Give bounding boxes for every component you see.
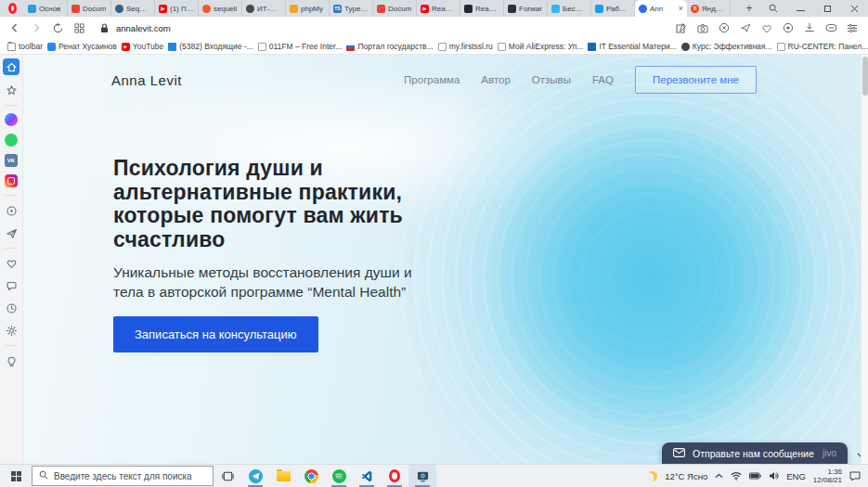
- nav-link-author[interactable]: Автор: [481, 74, 510, 85]
- sidebar-whatsapp-icon[interactable]: [5, 134, 18, 147]
- browser-tab[interactable]: ▶React JS: [417, 0, 460, 17]
- url-text[interactable]: annalevit.com: [116, 23, 171, 33]
- bookmark-item[interactable]: Мой AliExpress: Уп...: [498, 42, 584, 51]
- weather-text[interactable]: 12°C Ясно: [665, 471, 707, 481]
- callback-button[interactable]: Перезвоните мне: [635, 66, 757, 94]
- taskbar-app-explorer[interactable]: [269, 465, 297, 487]
- jivo-chat-widget[interactable]: Отправьте нам сообщение jivo: [662, 442, 848, 464]
- hero-title: Психология души и альтернативные практик…: [113, 157, 438, 251]
- sidebar-instagram-icon[interactable]: [5, 174, 18, 187]
- forward-icon[interactable]: [29, 20, 44, 35]
- browser-tab[interactable]: ИТ-фак: [242, 0, 286, 17]
- taskbar-app-telegram[interactable]: [241, 465, 269, 487]
- tab-label: React A: [475, 5, 499, 13]
- tab-favicon: [508, 5, 516, 13]
- browser-tab[interactable]: Работа: [591, 0, 635, 17]
- sidebar-chat-icon[interactable]: [4, 278, 19, 293]
- toolbar-right-icons: [675, 20, 859, 35]
- sidebar-settings-icon[interactable]: [4, 323, 19, 338]
- browser-tab[interactable]: БесЪдка: [548, 0, 591, 17]
- tab-close-icon[interactable]: ×: [679, 4, 683, 13]
- sidebar-messenger-icon[interactable]: [5, 113, 18, 126]
- browser-tab[interactable]: Docum: [373, 0, 417, 17]
- language-indicator[interactable]: ENG: [786, 471, 806, 481]
- minimize-button[interactable]: [787, 5, 814, 13]
- back-icon[interactable]: [7, 20, 22, 35]
- snapshot-edit-icon[interactable]: [675, 20, 688, 35]
- browser-tab[interactable]: React A: [460, 0, 504, 17]
- taskbar-clock[interactable]: 1:36 12/08/21: [813, 468, 842, 484]
- nav-link-reviews[interactable]: Отзывы: [532, 74, 571, 85]
- browser-tab[interactable]: Sequeli: [111, 0, 155, 17]
- close-button[interactable]: [841, 5, 868, 13]
- bookmark-heart-icon[interactable]: [760, 20, 773, 35]
- extension-x-icon[interactable]: [718, 20, 731, 35]
- taskbar-app-capture[interactable]: [408, 465, 436, 487]
- browser-tab[interactable]: Docum: [68, 0, 111, 17]
- maximize-button[interactable]: [814, 5, 841, 13]
- bookmark-item[interactable]: Ренат Хусаинов: [47, 42, 117, 51]
- vk-icon: [47, 43, 56, 51]
- sidebar-vk-icon[interactable]: VK: [5, 154, 18, 167]
- browser-tab[interactable]: phpMy: [286, 0, 330, 17]
- tab-search-icon[interactable]: [759, 4, 787, 13]
- sidebar-flow-icon[interactable]: [4, 225, 19, 240]
- nav-link-faq[interactable]: FAQ: [592, 74, 614, 85]
- wifi-icon[interactable]: [731, 471, 742, 481]
- volume-icon[interactable]: [769, 471, 779, 481]
- sidebar-history-icon[interactable]: [4, 301, 19, 315]
- bookmark-item[interactable]: RU-CENTER: Панел...: [777, 42, 868, 51]
- bookmark-item[interactable]: ▶YouTube: [122, 42, 163, 51]
- signup-button[interactable]: Записаться на консультацию: [113, 316, 318, 352]
- opera-menu-button[interactable]: [0, 0, 24, 17]
- window-controls: [787, 5, 868, 13]
- bookmark-item[interactable]: Портал государств...: [346, 42, 433, 51]
- sidebar-home-icon[interactable]: [3, 58, 19, 75]
- battery-icon[interactable]: [749, 472, 761, 480]
- bookmark-item[interactable]: my.firstssl.ru: [438, 42, 493, 51]
- sidebar-tips-icon[interactable]: [4, 353, 19, 368]
- tab-favicon: Я: [691, 5, 699, 13]
- taskbar-app-opera[interactable]: [381, 465, 408, 487]
- browser-tab[interactable]: TSTypeSc: [330, 0, 373, 17]
- page-scrollbar[interactable]: [861, 55, 868, 464]
- page-icon: [258, 43, 266, 51]
- hero-section: Психология души и альтернативные практик…: [113, 157, 438, 352]
- bookmark-item[interactable]: IT Essential Матери...: [588, 42, 676, 51]
- hidden-icons-chevron[interactable]: [715, 473, 723, 479]
- bookmark-item[interactable]: 011FM – Free Inter...: [258, 42, 343, 51]
- address-bar[interactable]: annalevit.com: [97, 20, 668, 35]
- browser-tab[interactable]: ЯЯндекс: [687, 0, 731, 17]
- taskbar-app-chrome[interactable]: [297, 465, 325, 487]
- browser-tab[interactable]: sequeli: [199, 0, 242, 17]
- taskbar-search-input[interactable]: Введите здесь текст для поиска: [32, 466, 214, 486]
- new-tab-button[interactable]: +: [739, 0, 759, 17]
- taskbar-app-vscode[interactable]: [353, 465, 381, 487]
- vpn-icon[interactable]: [782, 20, 795, 35]
- action-center-icon[interactable]: [849, 471, 861, 481]
- camera-icon[interactable]: [696, 20, 709, 35]
- browser-tab[interactable]: Основ: [24, 0, 68, 17]
- bookmark-item[interactable]: Курс: Эффективная...: [681, 42, 772, 51]
- start-button[interactable]: [0, 465, 32, 487]
- bookmark-item[interactable]: (5382) Входящие -...: [168, 42, 253, 51]
- reload-icon[interactable]: [50, 20, 65, 35]
- wallet-icon[interactable]: [824, 20, 837, 35]
- tab-label: Ann: [650, 5, 663, 13]
- sidebar-heart-icon[interactable]: [4, 256, 19, 271]
- scrollbar-thumb[interactable]: [862, 57, 868, 96]
- easy-setup-icon[interactable]: [846, 20, 859, 35]
- nav-link-program[interactable]: Программа: [404, 74, 460, 85]
- browser-tab[interactable]: ▶(1) Про: [155, 0, 199, 17]
- sidebar-star-icon[interactable]: [4, 83, 19, 97]
- workspaces-icon[interactable]: [71, 20, 86, 35]
- my-flow-icon[interactable]: [739, 20, 752, 35]
- site-logo[interactable]: Anna Levit: [111, 72, 182, 88]
- browser-tab[interactable]: Forwar: [504, 0, 548, 17]
- browser-tab[interactable]: Ann×: [635, 0, 687, 17]
- task-view-button[interactable]: [214, 465, 241, 487]
- download-icon[interactable]: [803, 20, 816, 35]
- bookmark-item[interactable]: toolbar: [7, 42, 43, 51]
- sidebar-player-icon[interactable]: [4, 203, 19, 218]
- taskbar-app-spotify[interactable]: [325, 465, 353, 487]
